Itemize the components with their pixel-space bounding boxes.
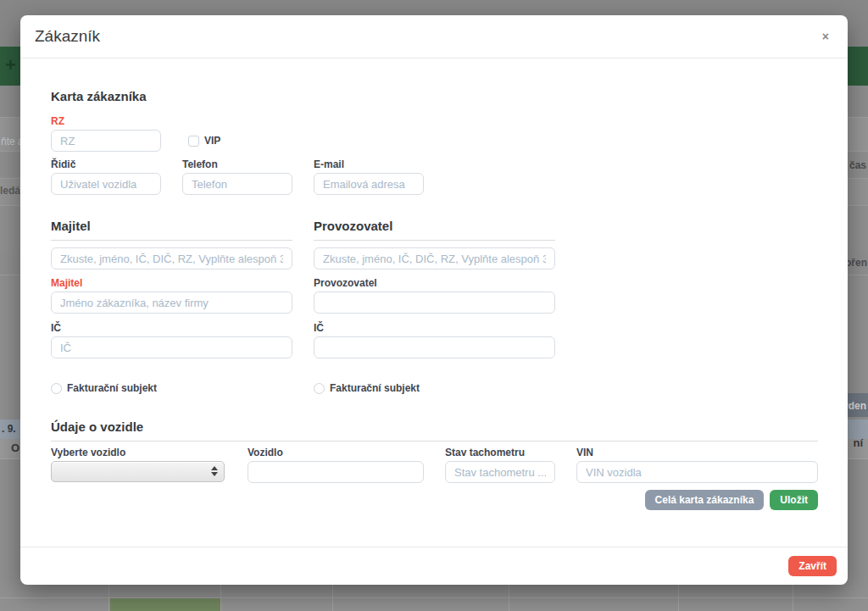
odometer-input[interactable] (445, 461, 555, 483)
operator-billing-label: Fakturační subjekt (330, 382, 420, 394)
vehicle-select-label: Vyberte vozidlo (51, 447, 225, 458)
rz-input[interactable] (51, 130, 161, 152)
customer-modal: Zákazník × Karta zákazníka RZ VIP Řidič … (20, 15, 848, 585)
close-button[interactable]: Zavřít (788, 556, 837, 576)
owner-ic-label: IČ (51, 322, 292, 334)
background-text-fragment: ní (853, 436, 863, 449)
email-label: E-mail (314, 158, 424, 170)
owner-name-label: Majitel (51, 277, 292, 289)
vin-label: VIN (576, 447, 818, 458)
email-input[interactable] (314, 173, 424, 195)
operator-ic-input[interactable] (314, 336, 555, 358)
owner-billing-radio[interactable] (51, 383, 62, 394)
background-text-fragment: . 9. (2, 423, 16, 435)
owner-billing-label: Fakturační subjekt (67, 382, 157, 394)
owner-billing-row: Fakturační subjekt (51, 382, 292, 394)
operator-billing-row: Fakturační subjekt (314, 382, 555, 394)
operator-name-input[interactable] (314, 292, 555, 314)
driver-label: Řidič (51, 158, 161, 170)
vehicle-input[interactable] (248, 461, 424, 483)
owner-heading: Majitel (51, 219, 292, 241)
owner-name-input[interactable] (51, 292, 292, 314)
operator-ic-label: IČ (314, 322, 555, 334)
vehicle-select[interactable] (51, 461, 225, 482)
plus-icon: + (5, 56, 16, 75)
vehicle-label: Vozidlo (248, 447, 424, 458)
background-green-cell (110, 598, 220, 611)
save-button[interactable]: Uložit (770, 490, 818, 510)
operator-billing-radio[interactable] (314, 383, 325, 394)
close-icon[interactable]: × (822, 31, 829, 42)
vip-checkbox-row: VIP (188, 135, 220, 147)
vip-label: VIP (204, 135, 220, 147)
modal-footer: Zavřít (20, 547, 848, 585)
vin-input[interactable] (576, 461, 818, 483)
operator-heading: Provozovatel (314, 219, 555, 241)
operator-name-label: Provozovatel (314, 277, 555, 289)
vehicle-heading: Údaje o vozidle (51, 419, 818, 442)
owner-search-input[interactable] (51, 247, 292, 269)
select-stepper-icon (211, 466, 218, 476)
phone-label: Telefon (182, 158, 292, 170)
modal-header: Zákazník × (20, 15, 848, 58)
odometer-label: Stav tachometru (445, 447, 555, 458)
customer-card-heading: Karta zákazníka (51, 89, 818, 103)
modal-title: Zákazník (35, 27, 100, 46)
operator-search-input[interactable] (314, 247, 555, 269)
background-grid (0, 585, 868, 611)
vip-checkbox[interactable] (188, 136, 199, 147)
owner-ic-input[interactable] (51, 336, 292, 358)
background-text-fragment: O (11, 442, 19, 454)
phone-input[interactable] (182, 173, 292, 195)
full-customer-card-button[interactable]: Celá karta zákazníka (645, 490, 765, 510)
rz-label: RZ (51, 115, 818, 127)
modal-body: Karta zákazníka RZ VIP Řidič Telefon E-m… (20, 58, 848, 547)
driver-input[interactable] (51, 173, 161, 195)
